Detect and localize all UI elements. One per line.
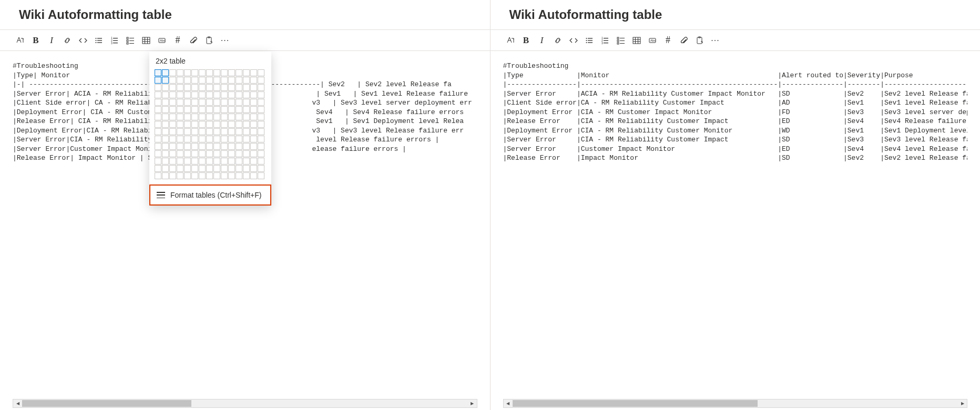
table-grid-cell[interactable]: [213, 143, 220, 150]
more-button[interactable]: ···: [218, 33, 232, 48]
table-grid-cell[interactable]: [221, 150, 228, 157]
table-grid-cell[interactable]: [155, 121, 161, 128]
table-grid-cell[interactable]: [221, 143, 228, 150]
table-grid-cell[interactable]: [184, 114, 191, 120]
table-grid-cell[interactable]: [228, 99, 235, 106]
table-grid-cell[interactable]: [250, 150, 257, 157]
scroll-right-arrow[interactable]: ▶: [958, 399, 967, 407]
hash-button[interactable]: #: [170, 33, 185, 48]
table-grid-cell[interactable]: [191, 99, 198, 106]
table-grid-cell[interactable]: [243, 165, 250, 172]
table-grid-cell[interactable]: [191, 158, 198, 165]
table-grid-cell[interactable]: [177, 172, 183, 179]
table-grid-cell[interactable]: [206, 158, 213, 165]
table-grid-cell[interactable]: [184, 165, 191, 172]
table-grid-cell[interactable]: [169, 91, 176, 98]
table-grid-cell[interactable]: [206, 77, 213, 84]
table-grid-cell[interactable]: [206, 172, 213, 179]
table-grid-cell[interactable]: [162, 114, 169, 120]
table-grid-cell[interactable]: [169, 143, 176, 150]
table-grid-cell[interactable]: [169, 165, 176, 172]
table-grid-cell[interactable]: [236, 158, 242, 165]
table-grid-cell[interactable]: [250, 165, 257, 172]
table-grid-cell[interactable]: [228, 172, 235, 179]
table-grid-cell[interactable]: [162, 136, 169, 142]
table-grid-cell[interactable]: [206, 114, 213, 120]
table-grid-cell[interactable]: [184, 77, 191, 84]
table-grid-cell[interactable]: [213, 121, 220, 128]
table-grid-cell[interactable]: [184, 136, 191, 142]
table-grid-cell[interactable]: [199, 150, 206, 157]
bold-button[interactable]: B: [28, 33, 43, 48]
table-grid-cell[interactable]: [221, 158, 228, 165]
text-format-icon[interactable]: [13, 33, 27, 48]
table-grid-cell[interactable]: [199, 106, 206, 113]
table-grid-cell[interactable]: [258, 128, 264, 135]
table-grid-cell[interactable]: [228, 158, 235, 165]
table-grid-cell[interactable]: [236, 114, 242, 120]
table-grid-cell[interactable]: [236, 128, 242, 135]
table-grid-cell[interactable]: [243, 150, 250, 157]
table-grid-cell[interactable]: [228, 121, 235, 128]
numbered-list-button[interactable]: 123: [107, 33, 122, 48]
table-grid-cell[interactable]: [206, 128, 213, 135]
bold-button[interactable]: B: [519, 33, 534, 48]
table-grid-cell[interactable]: [221, 69, 228, 76]
table-grid-cell[interactable]: [199, 158, 206, 165]
text-format-icon[interactable]: [503, 33, 518, 48]
table-grid-cell[interactable]: [213, 69, 220, 76]
hash-button[interactable]: #: [661, 33, 676, 48]
table-grid-cell[interactable]: [221, 106, 228, 113]
table-grid-cell[interactable]: [236, 150, 242, 157]
table-grid-cell[interactable]: [155, 91, 161, 98]
table-grid-cell[interactable]: [258, 84, 264, 91]
table-grid-cell[interactable]: [258, 121, 264, 128]
format-tables-button[interactable]: Format tables (Ctrl+Shift+F): [149, 184, 271, 206]
table-grid-cell[interactable]: [243, 77, 250, 84]
paste-button[interactable]: [692, 33, 707, 48]
table-grid-cell[interactable]: [250, 77, 257, 84]
scroll-thumb[interactable]: [513, 400, 758, 407]
table-grid-cell[interactable]: [155, 158, 161, 165]
table-grid-cell[interactable]: [236, 77, 242, 84]
table-grid-cell[interactable]: [169, 106, 176, 113]
table-grid-cell[interactable]: [221, 91, 228, 98]
bullet-list-button[interactable]: [91, 33, 106, 48]
table-grid-cell[interactable]: [258, 114, 264, 120]
table-grid-cell[interactable]: [169, 114, 176, 120]
scroll-track[interactable]: [513, 399, 958, 407]
table-grid-cell[interactable]: [250, 143, 257, 150]
table-grid-cell[interactable]: [250, 136, 257, 142]
table-grid-cell[interactable]: [228, 128, 235, 135]
table-grid-cell[interactable]: [258, 143, 264, 150]
table-grid-cell[interactable]: [199, 172, 206, 179]
table-grid-cell[interactable]: [228, 106, 235, 113]
table-grid-cell[interactable]: [191, 69, 198, 76]
table-grid-cell[interactable]: [199, 114, 206, 120]
link-button[interactable]: [550, 33, 565, 48]
checklist-button[interactable]: [123, 33, 138, 48]
table-grid-cell[interactable]: [199, 165, 206, 172]
table-grid-cell[interactable]: [191, 91, 198, 98]
table-grid-cell[interactable]: [206, 106, 213, 113]
table-grid-cell[interactable]: [184, 106, 191, 113]
table-grid-cell[interactable]: [162, 143, 169, 150]
table-grid-cell[interactable]: [243, 158, 250, 165]
table-grid-cell[interactable]: [206, 165, 213, 172]
scroll-track[interactable]: [22, 399, 468, 407]
table-grid-cell[interactable]: [250, 158, 257, 165]
table-grid-cell[interactable]: [199, 99, 206, 106]
table-grid-cell[interactable]: [213, 158, 220, 165]
table-button[interactable]: [629, 33, 644, 48]
table-grid-cell[interactable]: [236, 69, 242, 76]
more-button[interactable]: ···: [708, 33, 723, 48]
table-grid-cell[interactable]: [258, 99, 264, 106]
table-grid-cell[interactable]: [199, 143, 206, 150]
table-grid-cell[interactable]: [184, 84, 191, 91]
table-grid-cell[interactable]: [243, 136, 250, 142]
table-grid-cell[interactable]: [236, 172, 242, 179]
table-grid-cell[interactable]: [199, 77, 206, 84]
table-grid-cell[interactable]: [169, 172, 176, 179]
table-grid-cell[interactable]: [228, 84, 235, 91]
table-grid-cell[interactable]: [221, 77, 228, 84]
